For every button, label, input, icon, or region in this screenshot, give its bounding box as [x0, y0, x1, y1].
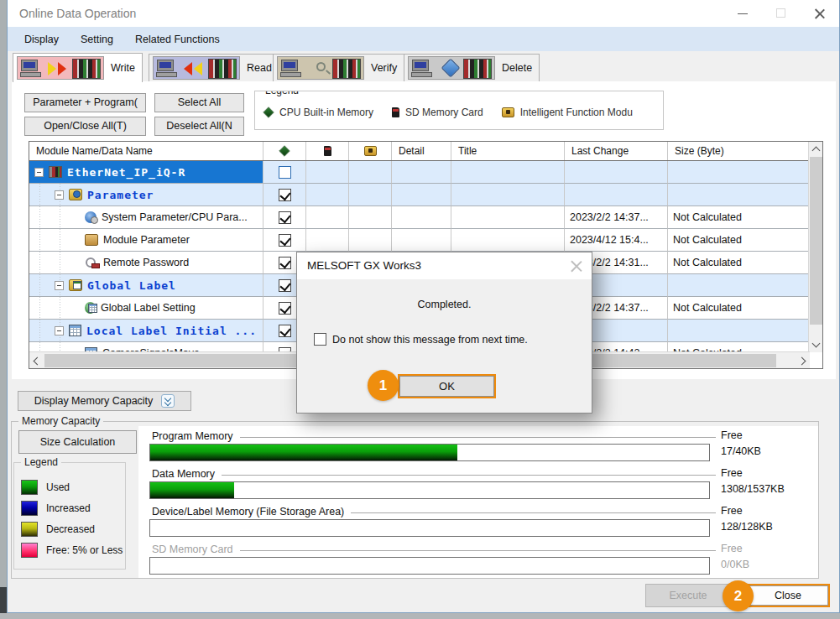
delete-plc-data-icon: [408, 56, 495, 80]
row-checkbox[interactable]: [279, 257, 291, 269]
program-memory-free-value: 17/40KB: [721, 445, 761, 457]
melsoft-message-dialog: MELSOFT GX Works3 Completed. Do not show…: [296, 252, 592, 414]
column-title[interactable]: Title: [451, 142, 565, 160]
close-icon: [815, 8, 825, 18]
legend-intelligent-function-module: Intelligent Function Modu: [502, 107, 633, 118]
column-intelligent-module[interactable]: [349, 142, 392, 160]
display-memory-capacity-button[interactable]: Display Memory Capacity: [18, 391, 191, 411]
maximize-icon: [776, 8, 785, 18]
column-detail[interactable]: Detail: [392, 142, 451, 160]
parameter-program-button[interactable]: Parameter + Program(: [24, 93, 146, 112]
minimize-button[interactable]: [723, 0, 762, 27]
scroll-up-icon: [812, 147, 821, 155]
close-button[interactable]: Close: [746, 584, 830, 607]
column-module-name[interactable]: Module Name/Data Name: [29, 142, 263, 160]
collapse-toggle[interactable]: [55, 281, 64, 290]
select-all-button[interactable]: Select All: [154, 93, 244, 112]
legend-decreased: Decreased: [21, 522, 95, 537]
module-parameter-icon: [85, 234, 98, 246]
online-data-operation-window: Online Data Operation Display Setting Re…: [7, 0, 840, 613]
free-5-percent-swatch: [21, 543, 38, 558]
vertical-scroll-thumb[interactable]: [810, 157, 822, 325]
row-checkbox[interactable]: [279, 211, 291, 224]
tab-verify-label: Verify: [371, 62, 397, 74]
device-label-memory-free-label: Free: [721, 505, 743, 517]
global-label-folder-icon: [69, 279, 82, 291]
row-checkbox[interactable]: [279, 234, 291, 247]
tab-delete-label: Delete: [502, 62, 532, 74]
data-memory-label: Data Memory: [152, 468, 716, 481]
legend-sd-memory-card: SD Memory Card: [392, 107, 483, 118]
legend-used: Used: [21, 480, 70, 495]
tab-verify[interactable]: Verify: [273, 54, 404, 81]
scroll-down-icon: [812, 340, 821, 348]
taskbar-edge: [0, 613, 840, 619]
legend-increased: Increased: [21, 501, 91, 516]
dialog-message: Completed.: [297, 299, 592, 310]
execute-button[interactable]: Execute: [645, 584, 731, 607]
row-checkbox[interactable]: [279, 325, 291, 337]
window-title: Online Data Operation: [19, 7, 136, 20]
open-close-all-button[interactable]: Open/Close All(T): [24, 117, 146, 136]
menu-setting[interactable]: Setting: [70, 29, 123, 49]
device-label-memory-label: Device/Label Memory (File Storage Area): [152, 506, 716, 518]
tab-write[interactable]: Write: [13, 53, 143, 82]
table-row[interactable]: System Parameter/CPU Para... 2023/2/2 14…: [29, 206, 810, 229]
scroll-up-button[interactable]: [809, 142, 823, 156]
table-row[interactable]: EtherNet_IP_iQ-R: [29, 161, 810, 184]
vertical-scrollbar[interactable]: [808, 142, 822, 352]
collapse-toggle[interactable]: [34, 168, 44, 177]
collapse-toggle[interactable]: [55, 326, 64, 336]
legend-free-5-or-less: Free: 5% or Less: [21, 543, 123, 558]
scroll-down-button[interactable]: [809, 338, 823, 352]
remote-password-icon: [85, 257, 98, 268]
table-row[interactable]: Parameter: [29, 184, 810, 206]
dialog-title: MELSOFT GX Works3: [307, 259, 421, 272]
do-not-show-label: Do not show this message from next time.: [332, 334, 528, 346]
legend-cpu-built-in-memory: CPU Built-in Memory: [263, 107, 373, 118]
menu-display[interactable]: Display: [14, 29, 69, 49]
sd-memory-card-bar: [149, 557, 710, 575]
scroll-left-icon: [34, 357, 42, 366]
column-last-change[interactable]: Last Change: [565, 142, 668, 160]
column-size[interactable]: Size (Byte): [668, 142, 810, 160]
legend-title: Legend: [21, 456, 61, 468]
close-window-button[interactable]: [801, 0, 839, 27]
do-not-show-checkbox[interactable]: [314, 333, 326, 346]
data-memory-bar: [149, 481, 710, 499]
tab-read[interactable]: Read: [149, 54, 279, 81]
plc-module-icon: [49, 166, 62, 178]
row-checkbox[interactable]: [279, 166, 291, 179]
row-checkbox[interactable]: [279, 279, 291, 292]
scroll-right-button[interactable]: [796, 353, 810, 367]
menu-related-functions[interactable]: Related Functions: [125, 29, 230, 49]
global-label-setting-icon: [85, 302, 96, 314]
table-row[interactable]: Module Parameter 2023/4/12 15:4... Not C…: [29, 229, 810, 252]
ok-button[interactable]: OK: [398, 374, 496, 398]
program-memory-free-label: Free: [721, 429, 743, 441]
scroll-right-icon: [798, 357, 806, 366]
sd-memory-card-free-label: Free: [721, 543, 743, 554]
column-sd-card[interactable]: [306, 142, 349, 160]
row-checkbox[interactable]: [279, 189, 291, 201]
size-calculation-button[interactable]: Size Calculation: [18, 430, 137, 454]
sd-memory-card-icon: [324, 146, 331, 156]
deselect-all-button[interactable]: Deselect All(N: [154, 117, 244, 136]
intelligent-function-module-icon: [502, 107, 514, 117]
minimize-icon: [738, 13, 748, 14]
column-cpu-memory[interactable]: [263, 142, 306, 160]
operation-tab-strip: Write Read Verify De: [8, 51, 839, 81]
do-not-show-row: Do not show this message from next time.: [314, 333, 528, 346]
collapse-toggle[interactable]: [55, 190, 64, 200]
scroll-left-button[interactable]: [29, 353, 44, 367]
row-checkbox[interactable]: [279, 302, 291, 315]
dialog-close-icon[interactable]: [568, 259, 585, 273]
increased-swatch: [21, 501, 38, 516]
local-label-icon: [69, 325, 81, 336]
tab-delete[interactable]: Delete: [404, 54, 540, 81]
program-memory-used-fill: [150, 445, 457, 460]
maximize-button[interactable]: [762, 0, 801, 27]
data-memory-free-label: Free: [721, 467, 743, 479]
intelligent-function-module-icon: [364, 146, 377, 156]
table-header: Module Name/Data Name Detail Title Last …: [29, 142, 810, 161]
